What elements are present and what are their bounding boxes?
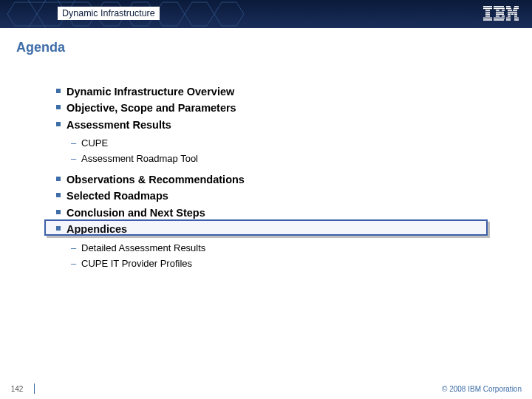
slide-title: Agenda [16,40,516,55]
header-title: Dynamic Infrastructure [58,7,160,20]
svg-rect-42 [514,18,519,19]
svg-rect-39 [508,16,511,17]
svg-rect-38 [514,13,517,15]
agenda-item: Dynamic Infrastructure Overview [56,83,516,100]
agenda-item: Appendices [56,221,516,237]
svg-rect-29 [506,6,511,7]
svg-marker-0 [7,2,37,26]
svg-rect-32 [514,8,519,10]
svg-rect-15 [485,13,490,15]
agenda-item: Observations & Recommendations [56,171,516,188]
svg-rect-27 [494,18,505,19]
agenda-subitem: Assessment Roadmap Tool [71,151,516,167]
slide-header: Dynamic Infrastructure [0,0,532,28]
svg-rect-24 [496,13,504,15]
svg-marker-5 [155,2,185,26]
svg-rect-41 [506,18,511,19]
svg-rect-28 [494,19,504,21]
svg-rect-11 [483,6,492,7]
svg-rect-26 [502,16,505,17]
footer-separator [34,383,35,394]
agenda-item-label: Dynamic Infrastructure Overview [66,86,234,98]
svg-rect-44 [514,19,519,21]
slide-footer: 142 © 2008 IBM Corporation [0,378,532,399]
agenda-item-label: Observations & Recommendations [66,174,245,185]
svg-rect-22 [502,10,505,11]
svg-rect-43 [506,19,511,21]
agenda-sublist: CUPEAssessment Roadmap Tool [56,136,516,167]
svg-rect-35 [508,12,517,13]
agenda-item: Objective, Scope and Parameters [56,100,516,116]
agenda-item-label: Conclusion and Next Steps [66,207,205,219]
ibm-logo-icon [483,6,519,24]
svg-marker-6 [185,2,214,26]
agenda-subitem: Detailed Assessment Results [71,241,516,256]
svg-marker-7 [214,2,244,26]
svg-rect-31 [506,8,511,10]
agenda-list: Dynamic Infrastructure OverviewObjective… [16,83,516,271]
svg-rect-23 [496,12,504,13]
svg-rect-16 [485,16,490,17]
agenda-item: Assessment Results [56,117,516,133]
svg-rect-20 [494,8,505,10]
agenda-item-label: Selected Roadmaps [66,190,168,202]
svg-rect-37 [511,13,514,15]
svg-rect-21 [496,10,499,11]
agenda-item-label: Assessment Results [66,119,171,131]
agenda-item-label: Objective, Scope and Parameters [66,102,236,114]
svg-rect-17 [483,18,492,19]
copyright-text: © 2008 IBM Corporation [442,385,522,393]
agenda-subitem: CUPE IT Provider Profiles [71,256,516,272]
svg-rect-34 [513,10,517,11]
agenda-item: Selected Roadmaps [56,188,516,204]
agenda-sublist: Detailed Assessment ResultsCUPE IT Provi… [56,241,516,272]
svg-rect-19 [494,6,504,7]
page-number: 142 [0,385,34,393]
agenda-subitem: CUPE [71,136,516,151]
svg-rect-33 [508,10,512,11]
svg-rect-40 [514,16,517,17]
svg-rect-14 [485,12,490,13]
agenda-item: Conclusion and Next Steps [56,205,516,221]
svg-rect-18 [483,19,492,21]
svg-rect-30 [514,6,519,7]
svg-rect-12 [483,8,492,10]
agenda-item-label: Appendices [66,223,127,235]
svg-rect-36 [508,13,511,15]
svg-rect-25 [496,16,499,17]
slide-content: Agenda Dynamic Infrastructure OverviewOb… [0,28,532,271]
svg-rect-13 [485,10,490,11]
